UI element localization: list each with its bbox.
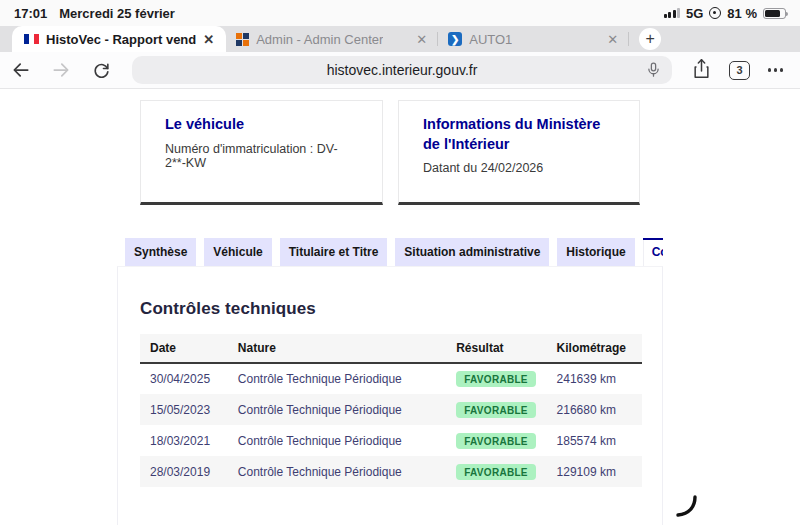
address-bar[interactable]: histovec.interieur.gouv.fr xyxy=(132,56,672,84)
close-tab-icon[interactable]: ✕ xyxy=(203,33,214,46)
vehicle-card-title: Le véhicule xyxy=(165,115,358,135)
cell-date: 15/05/2023 xyxy=(140,394,228,425)
table-row: 15/05/2023 Contrôle Technique Périodique… xyxy=(140,394,642,425)
vehicle-card: Le véhicule Numéro d'immatriculation : D… xyxy=(140,100,383,205)
clock: 17:01 xyxy=(14,6,47,21)
status-date: Mercredi 25 février xyxy=(59,6,175,21)
battery-percent: 81 % xyxy=(727,6,757,21)
status-bar: 17:01 Mercredi 25 février 5G 81 % xyxy=(0,0,800,26)
forward-button[interactable] xyxy=(48,57,74,83)
status-badge: FAVORABLE xyxy=(456,371,536,387)
cell-km: 241639 km xyxy=(547,363,642,394)
pen-scribble-mark xyxy=(672,492,698,518)
inspections-table: Date Nature Résultat Kilométrage 30/04/2… xyxy=(140,334,642,487)
vehicle-registration: Numéro d'immatriculation : DV-2**-KW xyxy=(165,142,358,170)
col-header-nature: Nature xyxy=(228,334,446,363)
table-row: 30/04/2025 Contrôle Technique Périodique… xyxy=(140,363,642,394)
report-date: Datant du 24/02/2026 xyxy=(423,161,615,175)
new-tab-button[interactable]: + xyxy=(639,28,661,50)
col-header-kilometrage: Kilométrage xyxy=(547,334,642,363)
table-row: 18/03/2021 Contrôle Technique Périodique… xyxy=(140,425,642,456)
battery-icon xyxy=(763,8,786,19)
section-title: Contrôles techniques xyxy=(140,299,640,319)
summary-cards: Le véhicule Numéro d'immatriculation : D… xyxy=(140,100,640,205)
browser-toolbar: histovec.interieur.gouv.fr 3 xyxy=(0,52,800,89)
tab-overview-button[interactable]: 3 xyxy=(729,61,750,80)
table-row: 28/03/2019 Contrôle Technique Périodique… xyxy=(140,456,642,487)
tab-synthese[interactable]: Synthèse xyxy=(125,238,196,266)
ministry-card-title: Informations du Ministère de l'Intérieur xyxy=(423,115,615,154)
col-header-resultat: Résultat xyxy=(446,334,546,363)
tab-titulaire-et-titre[interactable]: Titulaire et Titre xyxy=(280,238,388,266)
browser-tab-histovec[interactable]: HistoVec - Rapport vend ✕ xyxy=(12,26,226,52)
auto1-favicon-icon: ❯ xyxy=(448,32,462,46)
status-badge: FAVORABLE xyxy=(456,464,536,480)
ministry-card: Informations du Ministère de l'Intérieur… xyxy=(398,100,640,205)
histovec-page: Le véhicule Numéro d'immatriculation : D… xyxy=(0,90,800,525)
close-tab-icon[interactable]: ✕ xyxy=(416,33,427,46)
cell-km: 216680 km xyxy=(547,394,642,425)
tab-vehicule[interactable]: Véhicule xyxy=(204,238,271,266)
back-button[interactable] xyxy=(8,57,34,83)
tab-historique[interactable]: Historique xyxy=(557,238,634,266)
cell-date: 28/03/2019 xyxy=(140,456,228,487)
cell-nature: Contrôle Technique Périodique xyxy=(228,456,446,487)
tab-situation-administrative[interactable]: Situation administrative xyxy=(395,238,549,266)
network-type: 5G xyxy=(686,6,703,21)
cell-nature: Contrôle Technique Périodique xyxy=(228,394,446,425)
cell-date: 18/03/2021 xyxy=(140,425,228,456)
browser-tab-admin[interactable]: Admin - Admin Center ✕ xyxy=(226,26,437,52)
admin-grid-favicon-icon xyxy=(236,33,249,46)
cell-km: 129109 km xyxy=(547,456,642,487)
controles-techniques-panel: Contrôles techniques Date Nature Résulta… xyxy=(117,266,663,525)
back-arrow-icon xyxy=(11,60,31,80)
status-badge: FAVORABLE xyxy=(456,402,536,418)
status-badge: FAVORABLE xyxy=(456,433,536,449)
browser-tab-auto1[interactable]: ❯ AUTO1 ✕ xyxy=(438,26,628,52)
more-menu-button[interactable] xyxy=(768,68,783,71)
tab-title: HistoVec - Rapport vend xyxy=(46,32,196,47)
cell-nature: Contrôle Technique Périodique xyxy=(228,425,446,456)
microphone-icon[interactable] xyxy=(645,61,662,81)
tab-controles-techniques[interactable]: Contrôles techniques xyxy=(643,238,663,266)
share-icon xyxy=(692,58,711,79)
browser-tab-strip: HistoVec - Rapport vend ✕ Admin - Admin … xyxy=(0,26,800,52)
tab-separator xyxy=(628,32,629,46)
table-header-row: Date Nature Résultat Kilométrage xyxy=(140,334,642,363)
orientation-lock-icon xyxy=(709,7,721,19)
col-header-date: Date xyxy=(140,334,228,363)
report-tabs: Synthèse Véhicule Titulaire et Titre Sit… xyxy=(117,238,663,266)
share-button[interactable] xyxy=(692,58,711,83)
tab-title: AUTO1 xyxy=(469,32,512,47)
close-tab-icon[interactable]: ✕ xyxy=(607,33,618,46)
tab-title: Admin - Admin Center xyxy=(256,32,383,47)
cell-date: 30/04/2025 xyxy=(140,363,228,394)
cellular-signal-icon xyxy=(664,8,681,18)
french-flag-favicon-icon xyxy=(24,34,39,44)
cell-nature: Contrôle Technique Périodique xyxy=(228,363,446,394)
cell-km: 185574 km xyxy=(547,425,642,456)
url-text: histovec.interieur.gouv.fr xyxy=(327,62,478,78)
forward-arrow-icon xyxy=(51,60,71,80)
reload-icon xyxy=(92,61,111,80)
reload-button[interactable] xyxy=(88,57,114,83)
tab-count: 3 xyxy=(736,64,742,76)
